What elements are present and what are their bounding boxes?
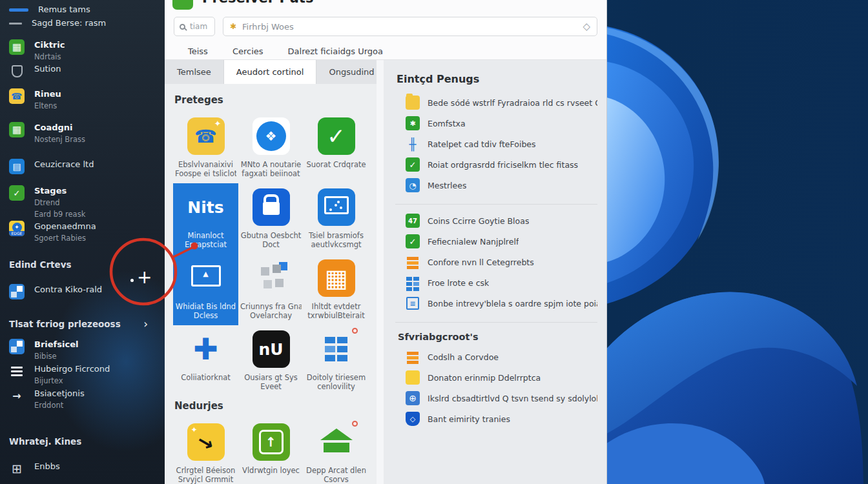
pinned-item[interactable]: Ratelpet cad tdiv fteFoibes	[395, 137, 597, 151]
icon-label: Nits	[187, 198, 223, 217]
app-tile-label: MNto A noutarie	[240, 160, 302, 169]
sidebar-section-heading[interactable]: Tlsat fcriog prlezeooss ›	[0, 319, 165, 330]
app-logo-icon	[172, 0, 193, 10]
sidebar-item-texts: Contra Kiko-rald	[34, 284, 102, 295]
sidebar-item-label: Rineu	[34, 88, 61, 99]
pinned-item[interactable]: Froe lrote e csk	[395, 276, 597, 290]
sidebar-item[interactable]: Enbbs	[0, 461, 165, 476]
diamond-icon[interactable]: ◇	[583, 21, 590, 32]
pinned-item[interactable]: Ikslrd cbsadtirtlvd Q tsvn tsend sy sdol…	[395, 391, 597, 405]
pinned-item-label: Mestrlees	[428, 181, 466, 190]
pinned-item[interactable]: Confore nvn ll Cetegrrebts	[395, 255, 597, 269]
bars-orange-icon	[406, 255, 420, 269]
app-tile[interactable]: Gbutna Oesbcht Doct	[238, 183, 304, 254]
sidebar-item-texts: Coadgni Nostenj Brass	[34, 122, 85, 145]
app-tile-label: Tsiel brasmiofs	[305, 231, 367, 240]
sidebar-item[interactable]: Gopenaedmna Sgoert Rabies	[0, 221, 165, 243]
chevron-right-icon[interactable]: ›	[143, 319, 148, 330]
pinned-item[interactable]: Mestrlees	[395, 178, 597, 192]
sidebar-item-sublabels: Nostenj Brass	[34, 134, 85, 145]
nits-icon: Nits	[187, 188, 225, 226]
app-tile-label: Whidiat Bis ldnd	[175, 302, 236, 311]
pinned-item[interactable]: Bant eimirity tranies	[395, 412, 597, 426]
sidebar-item[interactable]: Bsiacetjonis Erddont	[0, 388, 165, 410]
sidebar-item-label: Hubeirgo Ficrcond	[34, 363, 110, 374]
app-tile[interactable]: Crlrgtel Béeison Srvyjcl Grmmit	[173, 418, 238, 484]
menu-item[interactable]: Cercies	[232, 46, 264, 56]
sidebar-item[interactable]: Hubeirgo Ficrcond Bijurtex	[0, 363, 165, 386]
nu-icon: nU	[253, 330, 290, 368]
sidebar-item[interactable]: Ceuzicrace ltd	[0, 159, 165, 174]
pinned-item[interactable]: Bonbe intrevy'blela s oardre spjm iote p…	[395, 296, 597, 310]
section-heading: Nedurjes	[174, 400, 377, 412]
sidebar-item[interactable]: Sagd Berse: rasm	[0, 17, 165, 28]
check-icon	[318, 117, 355, 155]
sidebar-item[interactable]: Coadgni Nostenj Brass	[0, 122, 165, 145]
sidebar-item[interactable]: Ciktric Ndrtais	[0, 39, 165, 62]
shield-check-icon	[406, 412, 420, 426]
sidebar-item-label: Sution	[34, 63, 61, 74]
sidebar-item[interactable]: Stages DtrendEard b9 reask	[0, 185, 165, 219]
grid-green-icon	[9, 39, 25, 55]
menu-item[interactable]: Dalrezt ficiaidgs Urgoa	[288, 46, 383, 56]
sidebar-item-label: Ciktric	[34, 39, 65, 50]
sidebar-item-sublabels: Erddont	[34, 400, 85, 410]
app-tile-label: Doct	[240, 240, 302, 249]
pinned-panel-title: Eintçd Penugs	[397, 73, 597, 85]
tab[interactable]: Temlsee	[165, 60, 224, 84]
app-section: Preteges E	[173, 94, 377, 396]
pinned-item[interactable]: Donaton erinmip Ddelrrptca	[395, 370, 597, 385]
tab-label: Ongsudind	[329, 67, 374, 77]
pinned-group: Sfvriabgcroot's Codslh a Corvdoe	[395, 322, 597, 434]
app-tile[interactable]: Suorat Crdqrate	[304, 112, 369, 183]
app-tile[interactable]: Depp Arcat dlen Csorvs	[304, 418, 369, 484]
app-tile[interactable]: Tsiel brasmiofs aeutlvkcsmgt	[304, 183, 369, 254]
app-tile-label: txrwbiulBteirait	[305, 311, 367, 320]
app-tile[interactable]: Ebslvlvanaixivi Foospe ei tsliclot	[173, 112, 238, 183]
app-tile-label: Ebslvlvanaixivi	[175, 160, 236, 169]
sidebar-item[interactable]: Rineu Eltens	[0, 88, 165, 111]
pinned-items: Bede sódé wstrlf Fyradraioa rld cs rvsee…	[395, 96, 597, 192]
icon-label: nU	[258, 340, 283, 359]
app-tile-label: Suorat Crdqrate	[305, 160, 367, 169]
app-tile[interactable]: Whidiat Bis ldnd Dcless	[173, 254, 238, 325]
app-tile[interactable]: nU Ousiars gt Sys Eveet	[238, 325, 304, 396]
app-section: Nedurjes C	[173, 400, 377, 484]
app-tile[interactable]: Nits Minanloct Eprapstciat	[173, 183, 238, 254]
search-input[interactable]: ✱ Firhrbj Woes ◇	[223, 17, 597, 36]
sidebar-item-label: Sagd Berse: rasm	[32, 17, 106, 28]
app-circle-icon	[406, 178, 420, 192]
mini-search-button[interactable]: tiam	[174, 17, 215, 36]
sidebar-item[interactable]: Sution	[0, 63, 165, 79]
pinned-groups: Bede sódé wstrlf Fyradraioa rld cs rvsee…	[395, 94, 597, 434]
sidebar-item[interactable]: Remus tams	[0, 4, 165, 15]
app-tile[interactable]: Ihltdt evtdetr txrwbiulBteirait	[304, 254, 369, 325]
sidebar-item-texts: Remus tams	[38, 4, 90, 15]
app-tile[interactable]: MNto A noutarie fagxati beiinoat	[238, 112, 304, 183]
sidebar-item[interactable]: Briefsicel Bibise	[0, 339, 165, 361]
table-sm-icon	[406, 296, 420, 310]
sidebar-item-texts: Whratej. Kines	[9, 436, 81, 447]
app-tile[interactable]: Coliiatiorknat	[173, 325, 238, 396]
app-tile[interactable]: Doitoly tiriesem cenlovility	[304, 325, 369, 396]
app-tile-label: Dcless	[175, 311, 236, 320]
pinned-item[interactable]: Roiat ordgrasrdd friciselkm tlec fitass	[395, 157, 597, 172]
menu-item[interactable]: Teiss	[188, 46, 208, 56]
tab[interactable]: Aeudort cortinol	[224, 60, 317, 84]
pinned-item[interactable]: Bede sódé wstrlf Fyradraioa rld cs rvsee…	[395, 96, 597, 110]
app-tile[interactable]: Vldrwtgin loyec	[238, 418, 304, 484]
add-plus-button[interactable]: +	[137, 268, 152, 287]
sidebar-item-texts: Hubeirgo Ficrcond Bijurtex	[34, 363, 110, 386]
pinned-item-label: Bant eimirity tranies	[428, 414, 510, 424]
pinned-item[interactable]: Fefiecnialew Nanjplrelf	[395, 234, 597, 248]
sidebar-item-label: Tlsat fcriog prlezeooss	[9, 319, 121, 330]
pinned-item[interactable]: 47 Coins Ccirre Goytie Bloas	[395, 214, 597, 228]
search-icon	[180, 24, 185, 30]
pinned-item[interactable]: Codslh a Corvdoe	[395, 350, 597, 364]
app-tile[interactable]: Criunnys fra Gnae Ovelarchay	[238, 254, 304, 325]
app-sections: Preteges E	[173, 94, 377, 484]
pinned-item[interactable]: Eomfstxa	[395, 116, 597, 130]
tile-grid: Crlrgtel Béeison Srvyjcl Grmmit	[173, 418, 377, 484]
mini-search-label: tiam	[190, 22, 207, 31]
sidebar-item-texts: Enbbs	[34, 461, 60, 472]
